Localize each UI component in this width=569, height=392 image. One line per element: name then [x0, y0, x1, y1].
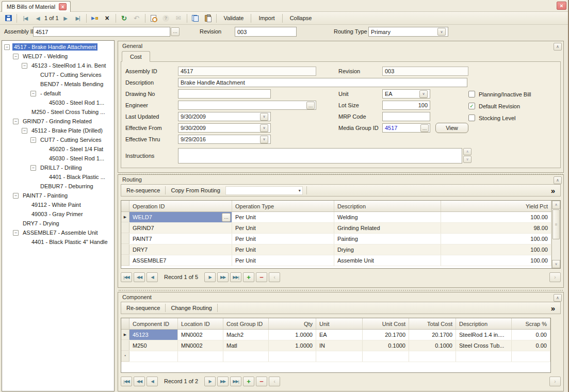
checkbox-unchecked-icon[interactable]	[468, 91, 475, 97]
tree-item[interactable]: CUT7 - Cutting Services	[2, 70, 114, 79]
cell-empty[interactable]	[316, 351, 363, 362]
checkbox-row[interactable]: ✓Default Revision	[468, 100, 531, 112]
tree-collapse-icon[interactable]: −	[13, 54, 19, 59]
cell-operation-id[interactable]: WELD7…	[129, 212, 232, 222]
tree-item[interactable]: −45112 - Brake Plate (Drilled)	[2, 126, 114, 135]
tree-collapse-icon[interactable]: −	[30, 91, 36, 96]
new-record-button[interactable]: ▶	[89, 13, 101, 24]
tree-item[interactable]: M250 - Steel Cross Tubing ...	[2, 107, 114, 117]
component-row[interactable]: ▶45123MN0002Mach21.0000EA20.170020.1700S…	[121, 330, 550, 340]
cell-unit-cost[interactable]: 20.1700	[363, 330, 409, 340]
last-updated-field[interactable]: 9/30/2009 ∨	[178, 112, 271, 121]
cell-description[interactable]: SteelRod 1.4 in....	[456, 330, 512, 340]
mrp-code-field[interactable]	[382, 112, 430, 121]
tree-item[interactable]: −WELD7 - Welding	[2, 52, 114, 61]
cell-qty[interactable]: 1.0000	[269, 330, 316, 340]
copy-from-routing-combo[interactable]: ▾	[225, 186, 303, 195]
record-last-button[interactable]: ▶▶|	[230, 272, 241, 282]
cell-cost-group-id[interactable]: Matl	[223, 340, 269, 351]
tree-collapse-icon[interactable]: −	[13, 193, 19, 199]
tree-collapse-icon[interactable]: −	[4, 44, 10, 50]
save-button[interactable]	[3, 13, 14, 24]
routing-row[interactable]: ▶WELD7…Per UnitWelding100.00	[121, 212, 551, 223]
chevron-down-icon[interactable]: ∨	[260, 124, 268, 132]
tree-item[interactable]: 4401 - Black Plastic ...	[2, 172, 114, 182]
checkbox-row[interactable]: Stocking Level	[468, 112, 531, 124]
row-selector[interactable]	[121, 255, 129, 266]
tree-item[interactable]: −ASSEMBLE7 - Assemble Unit	[2, 228, 114, 237]
general-assembly-id-field[interactable]: 4517	[178, 67, 316, 76]
refresh-button[interactable]: ↻	[119, 13, 130, 24]
cell-yield-pct[interactable]: 100.00	[441, 244, 551, 255]
cell-operation-id[interactable]: ASSEMBLE7	[129, 255, 232, 266]
record-remove-button[interactable]: −	[256, 377, 267, 386]
cell-cost-group-id[interactable]: Mach2	[223, 330, 269, 340]
tree-item[interactable]: 45030 - Steel Rod 1...	[2, 98, 114, 107]
cell-component-id[interactable]: M250	[129, 340, 178, 351]
general-collapse-button[interactable]: ∧	[554, 43, 562, 51]
cell-description[interactable]: Drying	[334, 244, 441, 255]
validate-button[interactable]: Validate	[219, 13, 249, 24]
cell-total-cost[interactable]: 0.1000	[409, 340, 456, 351]
row-selector[interactable]	[121, 244, 129, 255]
cell-scrap-pct[interactable]: 0.00	[512, 330, 550, 340]
routing-collapse-button[interactable]: ∧	[554, 176, 562, 184]
cell-operation-id[interactable]: GRIND7	[129, 223, 232, 233]
tab-cost[interactable]: Cost	[122, 51, 150, 62]
engineer-field[interactable]: …	[178, 101, 316, 110]
cell-description[interactable]: Painting	[334, 234, 441, 244]
grid-scroll-right-button[interactable]: ›	[549, 272, 561, 282]
row-selector[interactable]	[121, 223, 129, 233]
tree-item[interactable]: −PAINT7 - Painting	[2, 191, 114, 200]
tree-collapse-icon[interactable]: −	[13, 119, 19, 124]
scrollbar-thumb[interactable]: ≡	[552, 209, 560, 239]
copy-button[interactable]	[190, 13, 201, 24]
cell-operation-type[interactable]: Per Unit	[232, 244, 334, 255]
cell-empty[interactable]	[409, 351, 456, 362]
tree-collapse-icon[interactable]: −	[22, 63, 27, 69]
tree-item[interactable]: −CUT7 - Cutting Services	[2, 135, 114, 144]
chevron-down-icon[interactable]: ∨	[419, 90, 428, 98]
routing-row[interactable]: ASSEMBLE7Per UnitAssemble Unit100.00	[121, 255, 551, 266]
last-record-button[interactable]: ▶|	[72, 13, 84, 24]
cell-yield-pct[interactable]: 100.00	[441, 255, 551, 266]
cell-location-id[interactable]: MN0002	[178, 340, 223, 351]
scroll-up-icon[interactable]: ∧	[552, 201, 560, 209]
row-selector[interactable]: ▶	[121, 212, 129, 222]
more-options-chevron[interactable]: »	[551, 186, 555, 195]
cell-empty[interactable]	[456, 351, 512, 362]
row-selector[interactable]	[121, 234, 129, 244]
component-resequence-button[interactable]: Re-sequence	[125, 305, 161, 311]
checkbox-checked-icon[interactable]: ✓	[468, 103, 475, 109]
next-record-button[interactable]: ▶	[60, 13, 71, 24]
first-record-button[interactable]: |◀	[20, 13, 31, 24]
record-fast-next-button[interactable]: ▶▶	[217, 272, 229, 282]
tree-item[interactable]: 45020 - Steel 1/4 Flat	[2, 144, 114, 154]
cell-description[interactable]: Assemble Unit	[334, 255, 441, 266]
tree-item[interactable]: −4517 - Brake Handle Attachment	[2, 42, 114, 52]
revision-input[interactable]: 003	[235, 27, 297, 37]
routing-row[interactable]: PAINT7Per UnitPainting100.00	[121, 234, 551, 244]
tree-item[interactable]: −- default	[2, 89, 114, 98]
cell-total-cost[interactable]: 20.1700	[409, 330, 456, 340]
window-close-button[interactable]: ×	[557, 2, 566, 10]
general-revision-field[interactable]: 003	[382, 67, 468, 76]
grid-scroll-right-button[interactable]: ›	[549, 377, 561, 386]
assembly-id-lookup-button[interactable]: …	[171, 27, 180, 36]
routing-resequence-button[interactable]: Re-sequence	[125, 187, 161, 193]
tree-item[interactable]: 49112 - White Paint	[2, 200, 114, 209]
scroll-down-icon[interactable]: ∨	[552, 260, 560, 268]
cell-empty[interactable]	[512, 351, 550, 362]
collapse-button[interactable]: Collapse	[285, 13, 317, 24]
tree-item[interactable]: −DRILL7 - Drilling	[2, 163, 114, 172]
row-selector[interactable]	[121, 340, 129, 351]
effective-from-field[interactable]: 9/30/2009 ∨	[178, 123, 271, 133]
cell-qty[interactable]: 1.0000	[269, 340, 316, 351]
record-next-button[interactable]: ▶	[204, 377, 216, 386]
cell-unit[interactable]: EA	[316, 330, 363, 340]
change-routing-button[interactable]: Change Routing	[169, 305, 214, 311]
effective-thru-field[interactable]: 9/29/2016 ∨	[178, 135, 271, 144]
record-remove-button[interactable]: −	[256, 272, 267, 282]
assembly-id-input[interactable]: 4517	[33, 27, 170, 37]
delete-record-button[interactable]: ×	[102, 13, 113, 24]
